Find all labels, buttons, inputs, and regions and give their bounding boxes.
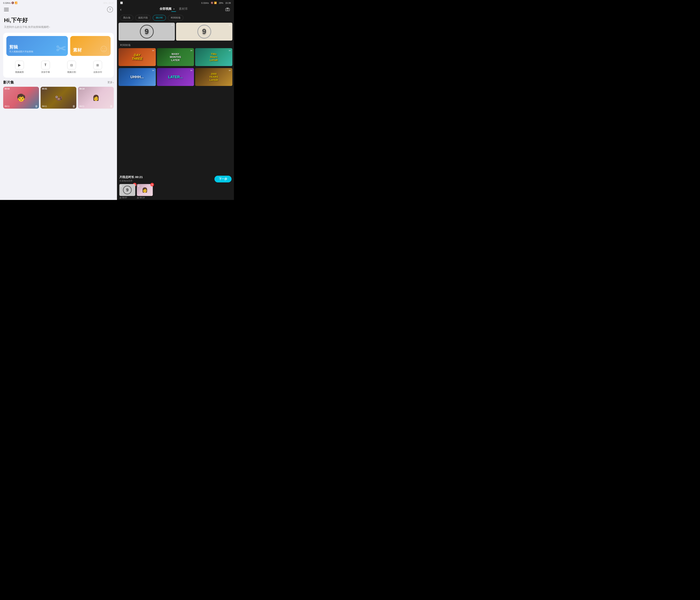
speed-text: 0.32K/s bbox=[3, 2, 10, 4]
clip-item-1[interactable]: × 9 1 🎥 00:07 bbox=[119, 184, 135, 199]
two-hours-inner: TWoHoursLATeR bbox=[195, 48, 232, 66]
filter-row: 黑白场 搞笑片段 倒计时 时间转场 bbox=[117, 14, 234, 23]
album-more-button[interactable]: 更多 › bbox=[107, 80, 114, 84]
day-three-inner: DAYTHREE bbox=[119, 48, 156, 66]
many-months-thumb[interactable]: MANYMONTHSLATER ✂ bbox=[157, 48, 194, 66]
album-duration-3: 00:14 bbox=[79, 88, 84, 90]
section-label-time-transition: 时间转场 bbox=[119, 43, 232, 48]
tool-add-subtitle[interactable]: T 添加字幕 bbox=[41, 61, 50, 74]
content-scroll[interactable]: 9 ✂ 9 ✂ 时间转场 DAYTHREE ✂ bbox=[117, 23, 234, 174]
scissors-icon-5: ✂ bbox=[229, 49, 231, 52]
video-split-icon: ⊟ bbox=[67, 61, 76, 70]
album-section: 影片集 更多 › 🧒 00:02 06/11 🗑 🦦 00:01 06/11 🗑 bbox=[3, 80, 114, 109]
scissors-icon-6: ✂ bbox=[152, 69, 154, 72]
album-item[interactable]: 🧒 00:02 06/11 🗑 bbox=[3, 87, 39, 109]
many-months-inner: MANYMONTHSLATER bbox=[157, 48, 194, 66]
left-time: 15:37 bbox=[108, 2, 114, 4]
scissors-icon-7: ✂ bbox=[190, 69, 193, 72]
right-status-bar: ⬜ 0.31K/s 🔇 📶 29% 15:39 bbox=[117, 0, 234, 5]
main-cards: ✂ 剪辑 导入视频或图片开始剪辑 ☺ 素材 ▶ 视频裁剪 T 添加字幕 ⊟ 视频… bbox=[3, 33, 114, 78]
edit-button[interactable]: ✂ 剪辑 导入视频或图片开始剪辑 bbox=[6, 36, 68, 56]
album-date-2: 06/11 bbox=[42, 105, 47, 107]
countdown-circle-2: 9 bbox=[197, 25, 211, 39]
selected-clips: × 9 1 🎥 00:07 × 👩 2 🎥 00:14 bbox=[119, 184, 231, 199]
menu-button[interactable] bbox=[4, 8, 9, 11]
greeting-title: Hi,下午好 bbox=[4, 17, 113, 24]
right-header: ‹ 全部视频 ▼ 素材库 bbox=[117, 5, 234, 14]
delete-icon-3[interactable]: 🗑 bbox=[110, 105, 112, 108]
album-item[interactable]: 👩 00:14 06/11 🗑 bbox=[78, 87, 114, 109]
clip-countdown-circle: 9 bbox=[123, 185, 132, 194]
left-status-bar: 0.32K/s 🔇 📶 30% 15:37 bbox=[0, 0, 117, 5]
2000years-text: 2000YEARSLATER bbox=[209, 72, 218, 82]
action-buttons: ✂ 剪辑 导入视频或图片开始剪辑 ☺ 素材 bbox=[6, 36, 110, 56]
long-press-hint: 长按拖动排序 bbox=[119, 179, 143, 182]
tool-video-split[interactable]: ⊟ 视频分割 bbox=[67, 61, 76, 74]
tool-add-subtitle-label: 添加字幕 bbox=[41, 71, 50, 74]
bottom-info: 片段总时长 00:21 长按拖动排序 下一步 bbox=[119, 175, 231, 182]
filter-time-transition[interactable]: 时间转场 bbox=[168, 15, 183, 21]
camera-button[interactable] bbox=[224, 6, 231, 12]
right-time: 15:39 bbox=[225, 2, 231, 4]
album-item[interactable]: 🦦 00:01 06/11 🗑 bbox=[41, 87, 76, 109]
filter-bw[interactable]: 黑白场 bbox=[120, 15, 133, 21]
album-header: 影片集 更多 › bbox=[3, 80, 114, 85]
later-thumb[interactable]: LATER... ✂ bbox=[157, 68, 194, 86]
day-three-thumb[interactable]: DAYTHREE ✂ bbox=[119, 48, 156, 66]
2000years-inner: 2000YEARSLATER bbox=[195, 68, 232, 86]
filter-funny[interactable]: 搞笑片段 bbox=[135, 15, 151, 21]
filter-countdown[interactable]: 倒计时 bbox=[153, 15, 166, 21]
right-signal: 🔇 📶 bbox=[211, 2, 217, 4]
scissors-icon-4: ✂ bbox=[190, 49, 193, 52]
two-hours-thumb[interactable]: TWoHoursLATeR ✂ bbox=[195, 48, 232, 66]
bottom-bar: 片段总时长 00:21 长按拖动排序 下一步 × 9 1 🎥 00:07 × bbox=[117, 174, 234, 200]
bottom-info-left: 片段总时长 00:21 长按拖动排序 bbox=[119, 175, 143, 182]
left-status-right: 30% 15:37 bbox=[103, 2, 114, 4]
material-title: 素材 bbox=[73, 47, 108, 53]
countdown-inner-1: 9 bbox=[119, 23, 175, 41]
clip-info-2: 🎥 00:14 bbox=[137, 197, 153, 199]
scissors-icon-3: ✂ bbox=[152, 49, 154, 52]
greeting-section: Hi,下午好 又想到什么好点子啦,快开始剪辑视频吧~ bbox=[0, 13, 117, 30]
tab-materials[interactable]: 素材库 bbox=[179, 7, 188, 11]
tab-all-videos[interactable]: 全部视频 ▼ bbox=[159, 7, 175, 11]
clip-item-2[interactable]: × 👩 2 🎥 00:14 bbox=[137, 184, 153, 199]
album-grid: 🧒 00:02 06/11 🗑 🦦 00:01 06/11 🗑 👩 00:14 … bbox=[3, 87, 114, 109]
total-duration: 片段总时长 00:21 bbox=[119, 175, 143, 179]
album-duration-1: 00:02 bbox=[5, 88, 10, 90]
right-speed: 0.31K/s bbox=[201, 2, 209, 4]
dropdown-arrow-icon: ▼ bbox=[173, 8, 175, 10]
material-button[interactable]: ☺ 素材 bbox=[70, 36, 110, 56]
time-transition-grid-1: DAYTHREE ✂ MANYMONTHSLATER ✂ TWoHoursLAT… bbox=[119, 48, 232, 66]
album-duration-2: 00:01 bbox=[42, 88, 47, 90]
countdown-thumb-1[interactable]: 9 ✂ bbox=[119, 23, 175, 41]
uhhh-thumb[interactable]: UHHH... ✂ bbox=[119, 68, 156, 86]
clip-cam-icon-1: 🎥 bbox=[119, 197, 122, 199]
next-button[interactable]: 下一步 bbox=[215, 176, 231, 182]
tool-remove-watermark[interactable]: ⊞ 去除水印 bbox=[93, 61, 102, 74]
later-text: LATER... bbox=[168, 75, 183, 79]
edit-title: 剪辑 bbox=[9, 44, 65, 50]
delete-icon-1[interactable]: 🗑 bbox=[35, 105, 38, 108]
album-title: 影片集 bbox=[3, 80, 14, 85]
signal-icons: 🔇 📶 bbox=[11, 2, 18, 4]
countdown-grid: 9 ✂ 9 ✂ bbox=[119, 23, 232, 41]
scissors-icon-1: ✂ bbox=[171, 24, 173, 27]
clip-remove-2[interactable]: × bbox=[150, 183, 154, 186]
delete-icon-2[interactable]: 🗑 bbox=[72, 105, 75, 108]
2000years-thumb[interactable]: 2000YEARSLATER ✂ bbox=[195, 68, 232, 86]
scissors-icon-8: ✂ bbox=[229, 69, 231, 72]
tool-video-crop-label: 视频裁剪 bbox=[15, 71, 24, 74]
clip-number-2: 2 bbox=[138, 185, 139, 187]
two-hours-text: TWoHoursLATeR bbox=[210, 52, 218, 62]
album-date-3: 06/11 bbox=[79, 105, 84, 107]
countdown-thumb-2[interactable]: 9 ✂ bbox=[176, 23, 232, 41]
back-button[interactable]: ‹ bbox=[120, 6, 123, 12]
help-button[interactable]: ? bbox=[107, 6, 113, 12]
tool-video-crop[interactable]: ▶ 视频裁剪 bbox=[15, 61, 24, 74]
uhhh-inner: UHHH... bbox=[119, 68, 156, 86]
left-panel: 0.32K/s 🔇 📶 30% 15:37 ? Hi,下午好 又想到什么好点子啦… bbox=[0, 0, 117, 200]
tab-underline bbox=[171, 11, 176, 12]
left-battery: 30% bbox=[103, 2, 107, 4]
clip-duration-2: 00:14 bbox=[140, 197, 145, 199]
